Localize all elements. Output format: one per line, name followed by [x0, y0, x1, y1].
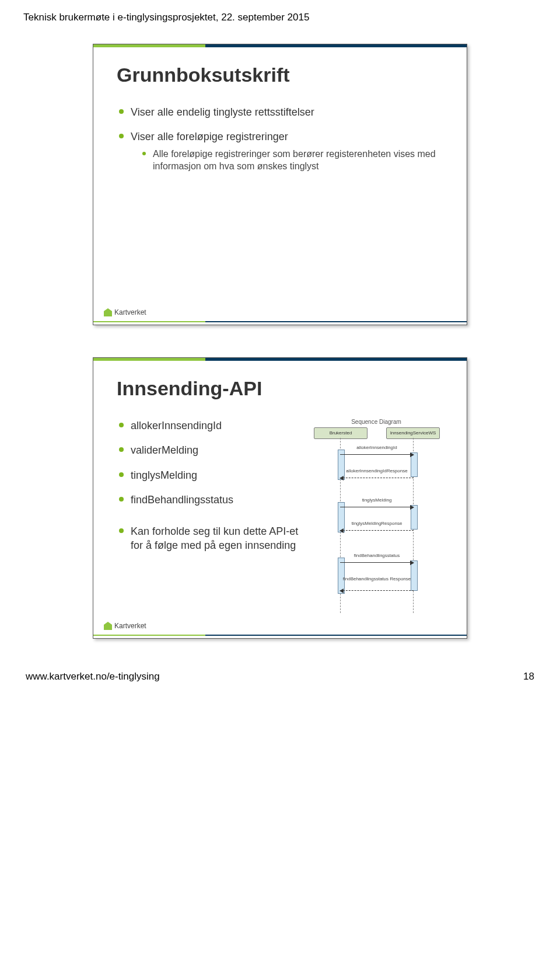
kartverket-logo: Kartverket [104, 622, 146, 630]
left-column: allokerInnsendingId validerMelding tingl… [117, 419, 304, 620]
bullet-text: Viser alle endelig tinglyste rettsstifte… [131, 106, 314, 118]
seq-message-label: tinglysMeldingResponse [340, 521, 414, 526]
bullet-text: Kan forholde seg til kun dette API-et fo… [131, 525, 298, 551]
seq-message-line [340, 507, 414, 507]
bullet-text: allokerInnsendingId [131, 420, 222, 431]
arrow-right-icon [410, 452, 414, 457]
bullet-list: Viser alle endelig tinglyste rettsstifte… [117, 105, 443, 173]
two-column-layout: allokerInnsendingId validerMelding tingl… [117, 419, 443, 620]
bullet-item: allokerInnsendingId [117, 419, 304, 433]
seq-message-line [340, 530, 414, 531]
slide-innsending-api: Innsending-API allokerInnsendingId valid… [93, 357, 467, 639]
footer-url: www.kartverket.no/e-tinglysing [26, 671, 160, 682]
slide-content: Innsending-API allokerInnsendingId valid… [93, 361, 467, 620]
bullet-item: findBehandlingsstatus [117, 493, 304, 507]
kartverket-logo-icon [104, 308, 112, 316]
seq-message: allokerInnsendingIdResponse [340, 475, 414, 483]
kartverket-logo-icon [104, 622, 112, 630]
seq-message-label: findBehandlingsstatus Response [340, 576, 414, 581]
arrow-right-icon [410, 560, 414, 565]
bullet-item: tinglysMelding [117, 468, 304, 482]
slide-content: Grunnboksutskrift Viser alle endelig tin… [93, 47, 467, 173]
slide-title: Innsending-API [117, 377, 443, 400]
seq-message-line [340, 478, 414, 478]
footer-page-number: 18 [523, 671, 534, 682]
bullet-text: Viser alle foreløpige registreringer [131, 131, 288, 142]
bullet-item: Viser alle endelig tinglyste rettsstifte… [117, 105, 443, 119]
bullet-text: tinglysMelding [131, 469, 197, 481]
seq-message: findBehandlingsstatus Response [340, 588, 414, 596]
bullet-list: allokerInnsendingId validerMelding tingl… [117, 419, 304, 507]
slide-title: Grunnboksutskrift [117, 64, 443, 86]
slide-grunnboksutskrift: Grunnboksutskrift Viser alle endelig tin… [93, 44, 467, 325]
bullet-list: Kan forholde seg til kun dette API-et fo… [117, 524, 304, 553]
page-footer: www.kartverket.no/e-tinglysing 18 [23, 671, 537, 688]
lifeline-head-brukersted: Brukersted [314, 427, 368, 439]
sub-bullet-text: Alle foreløpige registreringer som berør… [153, 149, 436, 172]
seq-message-label: allokerInnsendingIdResponse [340, 468, 414, 473]
seq-message: tinglysMelding [340, 504, 414, 513]
slide-bottom-stripe [93, 635, 467, 636]
sub-bullet-list: Alle foreløpige registreringer som berør… [141, 148, 443, 173]
kartverket-logo-text: Kartverket [114, 622, 146, 630]
sequence-diagram-title: Sequence Diagram [309, 419, 443, 425]
kartverket-logo-text: Kartverket [114, 308, 146, 316]
seq-message-label: tinglysMelding [340, 497, 414, 503]
arrow-left-icon [340, 528, 344, 533]
sub-bullet-item: Alle foreløpige registreringer som berør… [141, 148, 443, 173]
seq-message-line [340, 590, 414, 591]
kartverket-logo: Kartverket [104, 308, 146, 316]
lifeline-head-service: InnsendingServiceWS [386, 427, 440, 439]
arrow-right-icon [410, 505, 414, 510]
bullet-item: Viser alle foreløpige registreringer All… [117, 130, 443, 172]
bullet-text: findBehandlingsstatus [131, 494, 233, 506]
seq-message-line [340, 562, 414, 563]
arrow-left-icon [340, 476, 344, 480]
seq-message: tinglysMeldingResponse [340, 528, 414, 536]
seq-message-label: findBehandlingsstatus [340, 553, 414, 558]
seq-message: findBehandlingsstatus [340, 560, 414, 568]
right-column: Sequence Diagram Brukersted InnsendingSe… [309, 419, 443, 620]
sequence-diagram: Brukersted InnsendingServiceWS [309, 427, 443, 620]
arrow-left-icon [340, 589, 344, 593]
bullet-item: Kan forholde seg til kun dette API-et fo… [117, 524, 304, 553]
seq-message-label: allokerInnsendingId [340, 445, 414, 450]
slide-bottom-stripe [93, 321, 467, 322]
seq-message: allokerInnsendingId [340, 452, 414, 460]
seq-message-line [340, 454, 414, 455]
document-page: Teknisk brukermøte i e-tinglysingsprosje… [0, 0, 560, 694]
bullet-text: validerMelding [131, 444, 198, 456]
page-header: Teknisk brukermøte i e-tinglysingsprosje… [23, 12, 537, 23]
bullet-item: validerMelding [117, 443, 304, 457]
